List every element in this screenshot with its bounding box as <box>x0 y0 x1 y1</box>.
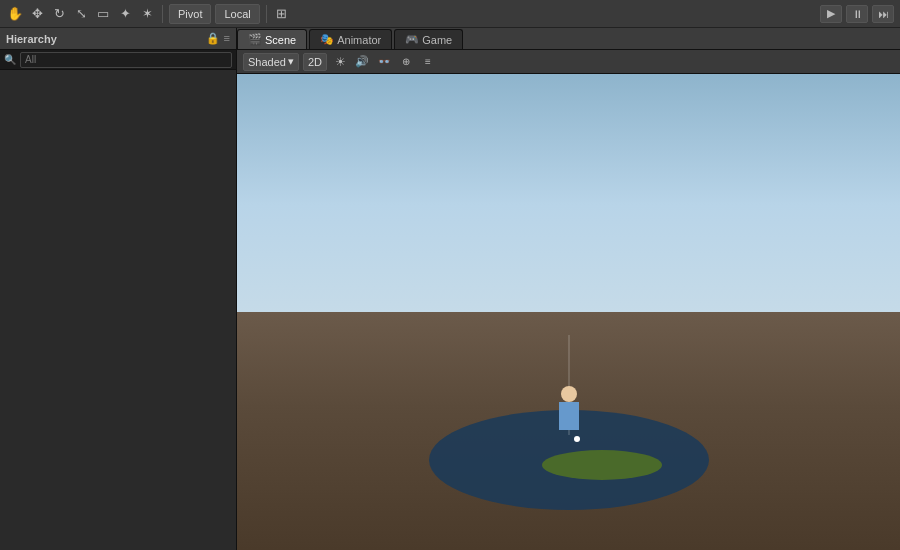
local-button[interactable]: Local <box>215 4 259 24</box>
menu-icon[interactable]: ≡ <box>224 32 230 45</box>
shading-dropdown[interactable]: Shaded ▾ <box>243 53 299 71</box>
tabs-bar: 🎬 Scene 🎭 Animator 🎮 Game <box>237 28 900 50</box>
separator-2 <box>266 5 267 23</box>
character-body <box>559 402 579 430</box>
scene-light-icon[interactable]: ☀ <box>331 53 349 71</box>
rotate-tool-icon[interactable]: ↻ <box>50 5 68 23</box>
sky-background <box>237 74 900 336</box>
lock-icon[interactable]: 🔒 <box>206 32 220 45</box>
grid-icon[interactable]: ⊞ <box>273 5 291 23</box>
scene-audio-icon[interactable]: 🔊 <box>353 53 371 71</box>
scene-options-icon[interactable]: ≡ <box>419 53 437 71</box>
scene-gizmo-icon[interactable]: ⊕ <box>397 53 415 71</box>
hierarchy-header-icons: 🔒 ≡ <box>206 32 230 45</box>
hierarchy-header: Hierarchy 🔒 ≡ <box>0 28 236 50</box>
hand-tool-icon[interactable]: ✋ <box>6 5 24 23</box>
hierarchy-panel: Hierarchy 🔒 ≡ 🔍 <box>0 28 237 550</box>
pivot-button[interactable]: Pivot <box>169 4 211 24</box>
local-label: Local <box>224 8 250 20</box>
pivot-label: Pivot <box>178 8 202 20</box>
scene-content[interactable] <box>237 74 900 550</box>
tab-game-icon: 🎮 <box>405 33 419 46</box>
chevron-down-icon: ▾ <box>288 55 294 68</box>
step-button[interactable]: ⏭ <box>872 5 894 23</box>
character-figure <box>559 386 579 430</box>
transform-tool-icon[interactable]: ✦ <box>116 5 134 23</box>
mode-dropdown[interactable]: 2D <box>303 53 327 71</box>
character-head <box>561 386 577 402</box>
sprite-marker <box>574 436 580 442</box>
move-tool-icon[interactable]: ✥ <box>28 5 46 23</box>
scene-vr-icon[interactable]: 👓 <box>375 53 393 71</box>
hierarchy-content <box>0 70 236 550</box>
playback-controls: ▶ ⏸ ⏭ <box>820 5 894 23</box>
scene-background <box>237 74 900 550</box>
search-input[interactable] <box>20 52 232 68</box>
search-bar: 🔍 <box>0 50 236 70</box>
top-toolbar: ✋ ✥ ↻ ⤡ ▭ ✦ ✶ Pivot Local ⊞ ▶ ⏸ ⏭ <box>0 0 900 28</box>
tab-game[interactable]: 🎮 Game <box>394 29 463 49</box>
tab-scene[interactable]: 🎬 Scene <box>237 29 307 49</box>
main-layout: Hierarchy 🔒 ≡ 🔍 🎬 Scene 🎭 Animator 🎮 <box>0 28 900 550</box>
tab-animator-icon: 🎭 <box>320 33 334 46</box>
tab-animator[interactable]: 🎭 Animator <box>309 29 392 49</box>
rect-tool-icon[interactable]: ▭ <box>94 5 112 23</box>
scene-toolbar: Shaded ▾ 2D ☀ 🔊 👓 ⊕ ≡ <box>237 50 900 74</box>
hierarchy-title: Hierarchy <box>6 33 202 45</box>
pause-button[interactable]: ⏸ <box>846 5 868 23</box>
search-icon: 🔍 <box>4 54 16 65</box>
scene-view: 🎬 Scene 🎭 Animator 🎮 Game Shaded ▾ 2D ☀ … <box>237 28 900 550</box>
island-mesh <box>542 450 662 480</box>
separator-1 <box>162 5 163 23</box>
custom-tool-icon[interactable]: ✶ <box>138 5 156 23</box>
tab-scene-icon: 🎬 <box>248 33 262 46</box>
scale-tool-icon[interactable]: ⤡ <box>72 5 90 23</box>
play-button[interactable]: ▶ <box>820 5 842 23</box>
